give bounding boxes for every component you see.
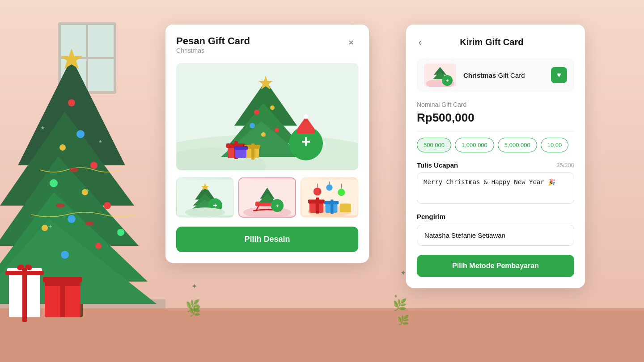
panel-title: Kirim Gift Card [429, 37, 555, 47]
thumbnail-2[interactable]: + [238, 177, 296, 218]
svg-point-36 [275, 128, 279, 132]
card-name-rest: Gift Card [496, 72, 525, 79]
svg-point-22 [56, 203, 65, 208]
svg-text:★: ★ [98, 139, 102, 144]
panel-header: ‹ Kirim Gift Card [417, 35, 574, 49]
ucapan-count: 35/300 [556, 162, 574, 168]
modal-title: Pesan Gift Card [176, 35, 250, 47]
svg-text:+: + [48, 223, 52, 230]
thumbnail-1[interactable]: + [176, 177, 234, 218]
modal-header: Pesan Gift Card Christmas × [176, 35, 358, 61]
thumbnail-3[interactable] [301, 177, 358, 218]
svg-point-16 [117, 229, 124, 236]
svg-rect-48 [297, 129, 315, 134]
svg-text:+: + [275, 203, 279, 209]
holly-decoration-4: 🌿 [397, 315, 409, 326]
svg-point-35 [250, 123, 255, 128]
gift-card-name: Christmas Gift Card [463, 72, 544, 79]
close-button[interactable]: × [344, 35, 358, 50]
pengirim-input[interactable] [417, 225, 574, 246]
pesan-gift-card-modal: Pesan Gift Card Christmas × + [165, 25, 369, 263]
sparkle-2: ✦ [400, 269, 406, 277]
svg-rect-76 [340, 203, 351, 212]
pengirim-label: Pengirim [417, 213, 574, 220]
svg-rect-45 [251, 143, 254, 160]
back-button[interactable]: ‹ [417, 35, 424, 49]
ucapan-label: Tulis Ucapan [417, 161, 458, 169]
svg-point-10 [90, 162, 97, 169]
svg-rect-75 [330, 199, 333, 214]
ucapan-textarea[interactable]: Merry Christmas & Happy New Year 🎉 [417, 173, 574, 204]
svg-point-34 [270, 105, 275, 110]
heart-button[interactable]: ♥ [551, 67, 567, 83]
svg-point-79 [338, 189, 345, 196]
svg-point-14 [68, 215, 76, 223]
chip-10000k[interactable]: 10,00 [541, 138, 569, 152]
pilih-metode-button[interactable]: Pilih Metode Pembayaran [417, 255, 574, 277]
holly-decoration-3: 🌿 [393, 298, 407, 312]
sparkle-1: ✦ [191, 282, 197, 290]
thumbnail-row: + + [176, 177, 358, 218]
chip-500k[interactable]: 500,000 [417, 138, 451, 152]
svg-point-58 [185, 207, 225, 217]
gift-red [45, 282, 80, 317]
svg-point-21 [69, 168, 78, 172]
nominal-value: Rp500,000 [417, 111, 574, 125]
gift-card-thumb-svg: + [424, 63, 456, 87]
svg-point-18 [61, 251, 69, 259]
ucapan-header: Tulis Ucapan 35/300 [417, 161, 574, 169]
svg-text:+: + [445, 78, 449, 84]
svg-point-37 [261, 132, 266, 137]
modal-subtitle: Christmas [176, 47, 250, 54]
svg-point-15 [42, 225, 48, 231]
tree-area: ★ ★ + + [0, 0, 165, 362]
svg-text:★: ★ [40, 125, 45, 131]
gift-white [9, 273, 40, 317]
thumb-svg-1: + [177, 178, 233, 217]
svg-point-33 [254, 109, 259, 115]
thumb-svg-3 [301, 178, 357, 217]
chip-5000k[interactable]: 5,000,000 [498, 138, 537, 152]
svg-point-78 [326, 185, 332, 191]
gift-card-preview: + Christmas Gift Card ♥ [417, 58, 574, 92]
nominal-label: Nominal Gift Card [417, 101, 574, 108]
sparkle-3: ✦ [394, 293, 398, 299]
modal-header-text: Pesan Gift Card Christmas [176, 35, 250, 61]
svg-text:+: + [86, 187, 89, 194]
amount-chips: 500,000 1,000,000 5,000,000 10,00 [417, 138, 574, 152]
svg-rect-72 [316, 198, 319, 214]
svg-point-11 [50, 179, 58, 187]
kirim-gift-card-panel: ‹ Kirim Gift Card + Christmas Gift Card … [406, 25, 585, 288]
gift-boxes-area [9, 273, 80, 317]
main-card-image: + [176, 63, 358, 170]
svg-rect-47 [234, 146, 248, 150]
svg-point-9 [59, 144, 66, 151]
svg-point-17 [95, 243, 102, 249]
gift-card-thumbnail: + [424, 63, 456, 87]
svg-text:+: + [301, 132, 310, 151]
svg-point-13 [104, 202, 111, 209]
chip-1000k[interactable]: 1,000,000 [455, 138, 494, 152]
svg-point-8 [76, 130, 85, 138]
svg-point-50 [304, 114, 308, 119]
pilih-desain-button[interactable]: Pilih Desain [176, 227, 358, 252]
card-name-bold: Christmas [463, 72, 496, 79]
holly-decoration-2: 🌿 [189, 306, 201, 317]
svg-point-7 [68, 99, 75, 106]
divider-1 [417, 131, 574, 131]
thumb-svg-2: + [239, 178, 295, 217]
svg-point-23 [85, 221, 94, 226]
card-christmas-illustration: + [176, 63, 358, 170]
svg-point-77 [314, 188, 322, 196]
